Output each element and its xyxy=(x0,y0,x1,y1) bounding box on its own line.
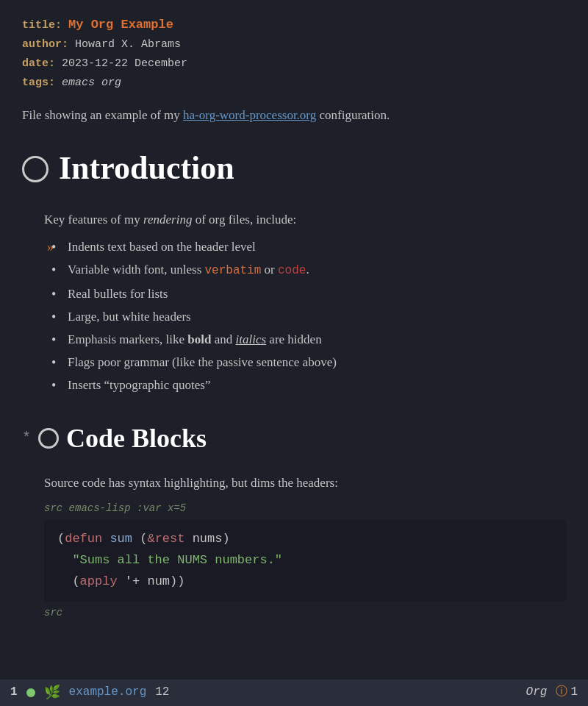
date-key: date: xyxy=(22,57,55,70)
author-key: author: xyxy=(22,38,68,51)
section1-intro-before: Key features of my xyxy=(44,213,143,227)
code-block: (defun sum (&rest nums) "Sums all the NU… xyxy=(44,520,566,602)
list-item-6-text: Flags poor grammar (like the passive sen… xyxy=(68,355,337,369)
section1-list: Indents text based on the header level V… xyxy=(44,237,566,396)
list-item-6: Flags poor grammar (like the passive sen… xyxy=(51,352,566,372)
metadata-section: title: My Org Example author: Howard X. … xyxy=(22,15,566,92)
list-item-3-text: Real bullets for lists xyxy=(68,287,168,301)
paren-open-1: ( xyxy=(57,532,65,546)
status-mode: Org xyxy=(526,683,548,702)
author-value: Howard X. Abrams xyxy=(75,38,181,51)
list-item-5-text: Emphasis markers, like bold and italics … xyxy=(68,332,322,346)
status-info: ⓘ 1 xyxy=(556,683,578,702)
verbatim-text: verbatim xyxy=(205,264,262,277)
section1-body: Key features of my rendering of org file… xyxy=(22,210,566,396)
status-info-count: 1 xyxy=(570,683,578,702)
kw-plus: '+ num xyxy=(125,574,170,588)
meta-date-line: date: 2023-12-22 December xyxy=(22,55,566,73)
status-bar: 1 🌿 example.org 12 Org ⓘ 1 xyxy=(0,680,588,706)
list-item-2: Variable width font, unless verbatim or … xyxy=(51,260,566,281)
status-line-number: 1 xyxy=(10,683,18,702)
heading-introduction: Introduction xyxy=(22,143,566,194)
kw-nums: nums xyxy=(193,532,223,546)
kw-rest: &rest xyxy=(147,532,184,546)
list-item-4-text: Large, but white headers xyxy=(68,310,191,324)
tags-value: emacs org xyxy=(62,76,121,89)
src-label-bottom: src xyxy=(44,605,566,621)
status-filename: example.org xyxy=(69,683,147,702)
date-value: 2023-12-22 December xyxy=(62,57,187,70)
kw-apply: apply xyxy=(80,574,118,588)
tags-key: tags: xyxy=(22,76,55,89)
heading-code-blocks: * Code Blocks xyxy=(22,418,566,460)
list-item-3: Real bullets for lists xyxy=(51,284,566,304)
list-item-4: Large, but white headers xyxy=(51,307,566,327)
italic-text: italics xyxy=(236,332,267,346)
code-line-3: (apply '+ num)) xyxy=(57,571,553,593)
section1-intro: Key features of my rendering of org file… xyxy=(44,210,566,229)
status-dot-icon xyxy=(26,688,35,697)
list-item-2-text: Variable width font, unless verbatim or … xyxy=(68,263,309,277)
heading-1-text: Introduction xyxy=(59,143,234,194)
heading-1-circle-icon xyxy=(22,156,49,182)
heading-2-text: Code Blocks xyxy=(66,418,207,460)
status-emacs-icon: 🌿 xyxy=(44,682,60,704)
heading-2-prefix: * xyxy=(22,427,31,450)
section1-intro-em: rendering xyxy=(143,213,192,227)
meta-title-line: title: My Org Example xyxy=(22,15,566,35)
section2-body: Source code has syntax highlighting, but… xyxy=(22,473,566,621)
meta-tags-line: tags: emacs org xyxy=(22,74,566,92)
list-item-1-text: Indents text based on the header level xyxy=(68,240,256,254)
intro-text-before: File showing an example of my xyxy=(22,108,183,122)
src-label-top: src emacs-lisp :var x=5 xyxy=(44,500,566,516)
section1-intro-after: of org files, include: xyxy=(192,213,296,227)
section2-intro: Source code has syntax highlighting, but… xyxy=(44,473,566,493)
list-container: » Indents text based on the header level… xyxy=(44,237,566,396)
meta-author-line: author: Howard X. Abrams xyxy=(22,36,566,54)
list-item-5: Emphasis markers, like bold and italics … xyxy=(51,329,566,349)
main-content: title: My Org Example author: Howard X. … xyxy=(0,0,588,680)
title-value: My Org Example xyxy=(68,18,173,32)
code-text: code xyxy=(278,264,306,277)
list-item-7: Inserts “typographic quotes” xyxy=(51,375,566,395)
status-info-circle-icon: ⓘ xyxy=(556,683,567,702)
bold-text: bold xyxy=(187,332,211,346)
kw-defun: defun xyxy=(65,532,102,546)
kw-sum: sum xyxy=(110,532,132,546)
list-item-1: Indents text based on the header level xyxy=(51,237,566,257)
paren-open-2: ( xyxy=(72,574,79,588)
heading-2-circle-icon xyxy=(38,428,59,449)
title-key: title: xyxy=(22,19,62,32)
list-item-7-text: Inserts “typographic quotes” xyxy=(68,378,211,392)
code-line-2: "Sums all the NUMS numbers." xyxy=(57,550,553,571)
intro-paragraph: File showing an example of my ha-org-wor… xyxy=(22,105,566,125)
intro-text-after: configuration. xyxy=(316,108,390,122)
intro-link[interactable]: ha-org-word-processor.org xyxy=(183,108,316,122)
kw-string: "Sums all the NUMS numbers." xyxy=(72,553,282,567)
status-column: 12 xyxy=(155,683,169,702)
code-line-1: (defun sum (&rest nums) xyxy=(57,529,553,550)
